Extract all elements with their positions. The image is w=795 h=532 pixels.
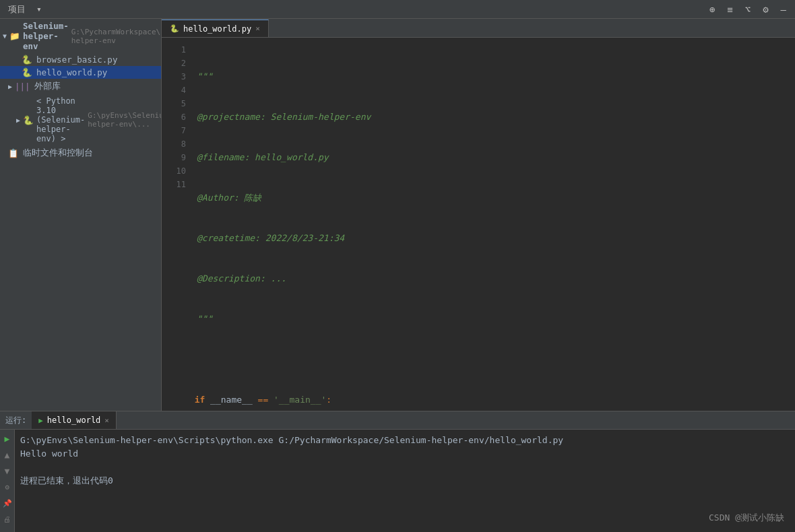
scratch-label: 临时文件和控制台	[23, 147, 93, 159]
code-line-8	[197, 353, 795, 366]
ln-7: 7	[162, 124, 186, 137]
project-folder-icon: 📁	[9, 31, 20, 41]
ln-11: 11	[162, 178, 186, 191]
run-controls: ▶ ▲ ▼ ⚙ 📌 🖨 🗑	[0, 430, 15, 532]
code-line-7: """	[197, 312, 795, 326]
terminal-blank-line	[20, 461, 790, 474]
python-file-icon-2: 🐍	[22, 67, 32, 77]
tab-file-icon: 🐍	[170, 24, 179, 33]
ln-1: 1	[162, 43, 186, 57]
terminal-tab-label: hello_world	[47, 415, 100, 425]
editor-content: 1 2 3 4 5 6 7 8 9 10 11 """ @projectname…	[162, 38, 795, 411]
terminal-content[interactable]: G:\pyEnvs\Selenium-helper-env\Scripts\py…	[15, 430, 795, 532]
editor-tabs: 🐍 hello_world.py ×	[162, 19, 795, 38]
run-label: 运行:	[0, 411, 32, 429]
main-layout: ▼ 📁 Selenium-helper-env G:\PycharmWorksp…	[0, 19, 795, 411]
python-version-item[interactable]: ▶ 🐍 < Python 3.10 (Selenium-helper-env) …	[0, 94, 161, 145]
external-lib-label: 外部库	[34, 81, 61, 92]
pin-icon[interactable]: 📌	[1, 497, 13, 509]
sidebar: ▼ 📁 Selenium-helper-env G:\PycharmWorksp…	[0, 19, 162, 411]
ext-lib-expand-icon: ▶	[8, 83, 12, 90]
toolbar-minimize-icon[interactable]: —	[777, 3, 790, 16]
code-line-3: @filename: hello_world.py	[197, 151, 795, 164]
ln-2: 2	[162, 57, 186, 70]
editor-area: 🐍 hello_world.py × 1 2 3 4 5 6 7 8 9 10 …	[162, 19, 795, 411]
code-line-9: ▶ if __name__ == '__main__':	[197, 393, 795, 407]
python-expand-icon: ▶	[16, 117, 20, 124]
terminal-command: G:\pyEnvs\Selenium-helper-env\Scripts\py…	[20, 434, 790, 447]
filename-browser-basic: browser_basic.py	[36, 55, 117, 65]
toolbar-dropdown-icon[interactable]: ▾	[34, 3, 44, 15]
tab-close-button[interactable]: ×	[255, 24, 260, 33]
bottom-panel: 运行: ▶ hello_world × ▶ ▲ ▼ ⚙ 📌 🖨 🗑 G:\pyE…	[0, 411, 795, 532]
settings-ctrl-icon[interactable]: ⚙	[1, 481, 13, 493]
python-path: G:\pyEnvs\Selenium-helper-env\...	[88, 111, 162, 129]
toolbar-add-icon[interactable]: ⊕	[706, 3, 718, 16]
project-menu[interactable]: 项目	[5, 2, 28, 17]
bottom-tabs: 运行: ▶ hello_world ×	[0, 411, 795, 430]
trash-icon[interactable]: 🗑	[1, 529, 13, 532]
print-icon[interactable]: 🖨	[1, 513, 13, 525]
csdn-watermark-text: CSDN @测试小陈缺	[709, 512, 784, 523]
file-browser-basic[interactable]: 🐍 browser_basic.py	[0, 53, 161, 66]
code-line-1: """	[197, 70, 795, 84]
run-button[interactable]: ▶	[1, 432, 13, 444]
line-numbers: 1 2 3 4 5 6 7 8 9 10 11	[162, 38, 191, 411]
terminal-tab-hello-world[interactable]: ▶ hello_world ×	[32, 411, 117, 429]
toolbar-sort-icon[interactable]: ⌥	[742, 3, 754, 16]
code-line-2: @projectname: Selenium-helper-env	[197, 110, 795, 124]
file-hello-world[interactable]: 🐍 hello_world.py	[0, 66, 161, 79]
python-file-icon-1: 🐍	[22, 55, 32, 65]
editor-tab-hello-world[interactable]: 🐍 hello_world.py ×	[162, 20, 269, 37]
project-path: G:\PycharmWorkspace\Selenium-helper-env	[71, 28, 162, 45]
filename-hello-world: hello_world.py	[36, 67, 107, 77]
terminal-tab-close[interactable]: ×	[104, 416, 109, 425]
terminal-exit-msg: 进程已结束，退出代码0	[20, 474, 790, 488]
toolbar-list-icon[interactable]: ≡	[724, 3, 736, 16]
project-name: Selenium-helper-env	[23, 21, 69, 51]
ln-3: 3	[162, 70, 186, 84]
ln-10: 10	[162, 164, 186, 178]
terminal-output: Hello world	[20, 447, 790, 461]
code-line-5: @createtime: 2022/8/23-21:34	[197, 232, 795, 245]
code-editor[interactable]: """ @projectname: Selenium-helper-env @f…	[191, 38, 795, 411]
external-libraries-section[interactable]: ▶ ||| 外部库	[0, 79, 161, 94]
scroll-up-button[interactable]: ▲	[1, 448, 13, 461]
ln-8: 8	[162, 137, 186, 151]
code-line-4: @Author: 陈缺	[197, 191, 795, 205]
ln-4: 4	[162, 84, 186, 97]
project-expand-icon: ▼	[3, 32, 7, 40]
ext-lib-icon: |||	[15, 81, 30, 92]
code-line-6: @Description: ...	[197, 272, 795, 286]
scratch-icon: 📋	[8, 148, 19, 158]
scroll-down-button[interactable]: ▼	[1, 465, 13, 477]
python-icon: 🐍	[23, 115, 34, 125]
ln-6: 6	[162, 110, 186, 124]
tab-label: hello_world.py	[183, 24, 251, 34]
toolbar-settings-icon[interactable]: ⚙	[759, 3, 771, 16]
python-version-label: < Python 3.10 (Selenium-helper-env) >	[36, 96, 85, 143]
ln-9: 9	[162, 151, 186, 164]
terminal-run-icon: ▶	[38, 416, 43, 425]
top-toolbar: 项目 ▾ ⊕ ≡ ⌥ ⚙ —	[0, 0, 795, 19]
project-root[interactable]: ▼ 📁 Selenium-helper-env G:\PycharmWorksp…	[0, 19, 161, 53]
scratch-section[interactable]: 📋 临时文件和控制台	[0, 145, 161, 161]
bottom-content: ▶ ▲ ▼ ⚙ 📌 🖨 🗑 G:\pyEnvs\Selenium-helper-…	[0, 430, 795, 532]
ln-5: 5	[162, 97, 186, 110]
csdn-watermark: CSDN @测试小陈缺	[709, 512, 784, 524]
